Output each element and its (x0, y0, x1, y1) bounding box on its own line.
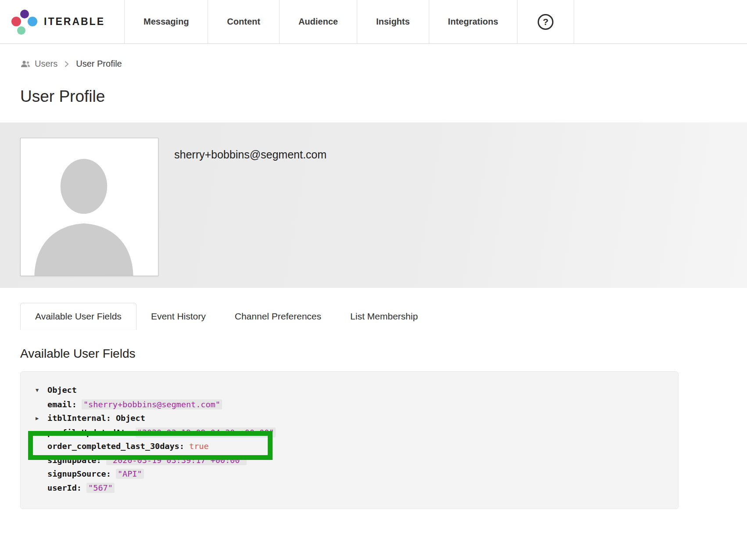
breadcrumb-current: User Profile (76, 59, 122, 69)
collapse-arrow-icon[interactable]: ▼ (36, 384, 47, 398)
iterable-logo-icon (11, 9, 37, 35)
tree-root-row: ▼Object (36, 383, 669, 398)
nav-item-content[interactable]: Content (208, 0, 279, 43)
top-nav: ITERABLE Messaging Content Audience Insi… (0, 0, 747, 44)
avatar-silhouette-icon (21, 138, 158, 276)
profile-summary: sherry+bobbins@segment.com (0, 122, 747, 288)
tab-channel-preferences[interactable]: Channel Preferences (220, 303, 336, 330)
field-key: signupSource (47, 469, 106, 478)
tab-event-history[interactable]: Event History (136, 303, 220, 330)
expand-arrow-icon[interactable]: ▶ (36, 412, 47, 426)
brand-wordmark: ITERABLE (44, 16, 105, 28)
avatar (20, 138, 158, 276)
tab-available-user-fields[interactable]: Available User Fields (20, 303, 136, 330)
field-key: profileUpdatedAt (47, 428, 126, 437)
field-row-profileupdatedat: profileUpdatedAt: "2020-03-19 09:04:30 +… (36, 426, 669, 440)
nav-item-audience[interactable]: Audience (279, 0, 357, 43)
field-value: "API" (116, 469, 144, 479)
chevron-right-icon (65, 61, 69, 68)
field-value: Object (116, 413, 145, 423)
tab-list-membership[interactable]: List Membership (336, 303, 432, 330)
nav-item-messaging[interactable]: Messaging (124, 0, 208, 43)
key-separator: : (96, 456, 106, 465)
breadcrumb: Users User Profile (20, 59, 747, 69)
field-row-itblinternal: ▶itblInternal: Object (36, 411, 669, 426)
field-value: "sherry+bobbins@segment.com" (82, 399, 222, 409)
iterable-logo[interactable]: ITERABLE (0, 0, 124, 43)
field-row-email: email: "sherry+bobbins@segment.com" (36, 398, 669, 412)
profile-tabs: Available User Fields Event History Chan… (20, 303, 747, 330)
help-button[interactable]: ? (517, 0, 574, 43)
field-row-userid: userId: "567" (36, 481, 669, 495)
user-fields-panel: ▼Object email: "sherry+bobbins@segment.c… (20, 371, 679, 509)
section-heading: Available User Fields (20, 347, 747, 361)
key-separator: : (126, 428, 135, 437)
field-key: itblInternal (47, 413, 106, 423)
breadcrumb-users-link[interactable]: Users (20, 59, 57, 69)
fields-tree: ▼Object email: "sherry+bobbins@segment.c… (20, 371, 679, 509)
nav-item-integrations[interactable]: Integrations (429, 0, 517, 43)
field-value: "567" (86, 483, 115, 493)
nav-item-insights[interactable]: Insights (357, 0, 429, 43)
field-row-signupdate: signupDate: "2020-03-19 03:39:17 +00:00" (36, 453, 669, 467)
field-key: email (47, 400, 72, 409)
key-separator: : (77, 483, 86, 492)
key-separator: : (72, 400, 82, 409)
field-key: order_completed_last_30days (47, 442, 180, 451)
tree-root-label: Object (47, 385, 77, 395)
page-title: User Profile (20, 87, 747, 106)
field-value: true (189, 442, 209, 451)
key-separator: : (106, 413, 116, 423)
field-row-signupsource: signupSource: "API" (36, 467, 669, 481)
field-key: userId (47, 483, 77, 492)
field-value: "2020-03-19 09:04:30 +00:00" (136, 427, 276, 438)
users-icon (20, 60, 31, 68)
breadcrumb-users-label: Users (35, 59, 57, 69)
field-key: signupDate (47, 456, 96, 465)
field-row-order-completed-last-30days: order_completed_last_30days: true (36, 439, 669, 453)
key-separator: : (106, 469, 116, 478)
help-icon: ? (538, 14, 553, 30)
user-email: sherry+bobbins@segment.com (174, 148, 327, 288)
key-separator: : (180, 442, 189, 451)
field-value: "2020-03-19 03:39:17 +00:00" (106, 455, 247, 465)
